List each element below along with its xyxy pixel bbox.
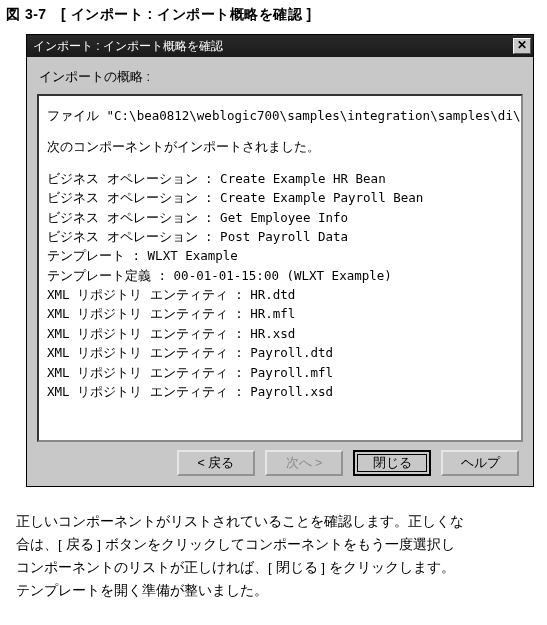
- import-summary-dialog: インポート : インポート概略を確認 ✕ インポートの概略 : ファイル "C:…: [26, 34, 534, 487]
- help-button[interactable]: ヘルプ: [441, 450, 519, 476]
- list-item: ビジネス オペレーション : Post Payroll Data: [47, 227, 513, 246]
- list-item: テンプレート定義 : 00-01-01-15:00 (WLXT Example): [47, 266, 513, 285]
- list-item: XML リポジトリ エンティティ : Payroll.dtd: [47, 343, 513, 362]
- list-item: XML リポジトリ エンティティ : Payroll.xsd: [47, 382, 513, 401]
- dialog-title: インポート : インポート概略を確認: [33, 38, 223, 55]
- list-item: XML リポジトリ エンティティ : Payroll.mfl: [47, 363, 513, 382]
- figure-caption: 図 3-7 [ インポート : インポート概略を確認 ]: [6, 6, 539, 24]
- list-item: テンプレート : WLXT Example: [47, 246, 513, 265]
- file-path-line: ファイル "C:\bea0812\weblogic700\samples\int…: [47, 106, 513, 125]
- list-item: ビジネス オペレーション : Get Employee Info: [47, 208, 513, 227]
- list-item: ビジネス オペレーション : Create Example HR Bean: [47, 169, 513, 188]
- next-button: 次へ >: [265, 450, 343, 476]
- dialog-button-row: < 戻る 次へ > 閉じる ヘルプ: [37, 442, 523, 476]
- imported-heading: 次のコンポーネントがインポートされました。: [47, 137, 513, 156]
- dialog-titlebar: インポート : インポート概略を確認 ✕: [27, 35, 533, 57]
- summary-label: インポートの概略 :: [39, 69, 521, 86]
- component-list-panel[interactable]: ファイル "C:\bea0812\weblogic700\samples\int…: [37, 94, 523, 442]
- instruction-text: 正しいコンポーネントがリストされていることを確認します。正しくな 合は、[ 戻る…: [16, 511, 539, 603]
- instruction-line: 合は、[ 戻る ] ボタンをクリックしてコンポーネントをもう一度選択し: [16, 534, 539, 557]
- instruction-line: コンポーネントのリストが正しければ、[ 閉じる ] をクリックします。: [16, 557, 539, 580]
- list-item: XML リポジトリ エンティティ : HR.xsd: [47, 324, 513, 343]
- back-button[interactable]: < 戻る: [177, 450, 255, 476]
- close-button[interactable]: 閉じる: [353, 450, 431, 476]
- list-item: XML リポジトリ エンティティ : HR.mfl: [47, 304, 513, 323]
- dialog-body: インポートの概略 : ファイル "C:\bea0812\weblogic700\…: [27, 57, 533, 486]
- list-item: ビジネス オペレーション : Create Example Payroll Be…: [47, 188, 513, 207]
- list-item: XML リポジトリ エンティティ : HR.dtd: [47, 285, 513, 304]
- instruction-line: テンプレートを開く準備が整いました。: [16, 580, 539, 603]
- close-icon[interactable]: ✕: [513, 38, 531, 54]
- instruction-line: 正しいコンポーネントがリストされていることを確認します。正しくな: [16, 511, 539, 534]
